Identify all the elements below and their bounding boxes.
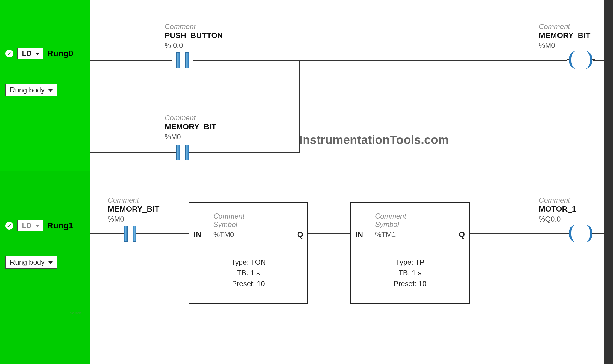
timer-block-tm1[interactable]: IN Q Comment Symbol %TM1 Type: TP TB: 1 … xyxy=(350,202,470,304)
memory-bit-seal-address: %M0 xyxy=(165,133,216,141)
push-button-labels: Comment PUSH_BUTTON %I0.0 xyxy=(165,22,223,50)
memory-bit-coil-labels: Comment MEMORY_BIT %M0 xyxy=(539,22,590,50)
chevron-down-icon xyxy=(35,225,40,228)
rung1-body-dropdown[interactable]: Rung body xyxy=(5,256,57,269)
rung1-canvas: Comment MEMORY_BIT %M0 IN Q Comment Symb… xyxy=(90,171,604,364)
motor1-coil-address: %Q0.0 xyxy=(539,215,576,223)
tm1-preset: Preset: 10 xyxy=(351,278,469,289)
memory-bit-contact-address: %M0 xyxy=(108,215,159,223)
pin-q-label: Q xyxy=(297,230,303,239)
motor1-coil-labels: Comment MOTOR_1 %Q0.0 xyxy=(539,196,576,223)
no-contact-push-button[interactable] xyxy=(172,52,193,67)
wire xyxy=(308,233,350,234)
comment-label: Comment xyxy=(539,196,576,204)
comment-label: Comment xyxy=(375,212,406,220)
motor1-coil-symbol: MOTOR_1 xyxy=(539,204,576,214)
chevron-down-icon xyxy=(48,261,53,264)
rung0-language-dropdown[interactable]: LD xyxy=(17,48,43,59)
memory-bit-seal-symbol: MEMORY_BIT xyxy=(165,122,216,131)
tm1-address: %TM1 xyxy=(375,230,406,239)
chevron-down-icon xyxy=(48,89,53,92)
pin-in-label: IN xyxy=(355,230,363,239)
memory-bit-coil-symbol: MEMORY_BIT xyxy=(539,31,590,40)
tm1-type: Type: TP xyxy=(351,257,469,268)
rung1-body-label: Rung body xyxy=(10,258,45,266)
symbol-label: Symbol xyxy=(375,220,406,229)
comment-label: Comment xyxy=(165,114,216,122)
rung0-body-dropdown[interactable]: Rung body xyxy=(5,84,57,96)
rung1-language-dropdown[interactable]: LD xyxy=(17,220,43,231)
watermark: InstrumentationTools.com xyxy=(299,133,449,147)
rung1-sidebar: ✓ LD Rung1 Rung body Inst Tools xyxy=(0,171,90,364)
chevron-down-icon xyxy=(35,53,40,55)
coil-motor1[interactable] xyxy=(567,225,594,242)
pin-q-label: Q xyxy=(459,230,465,239)
memory-bit-contact-labels: Comment MEMORY_BIT %M0 xyxy=(108,196,159,223)
wire xyxy=(90,60,172,61)
rung0-body-label: Rung body xyxy=(10,86,45,94)
memory-bit-seal-labels: Comment MEMORY_BIT %M0 xyxy=(165,114,216,141)
symbol-label: Symbol xyxy=(213,220,245,229)
tm0-tb: TB: 1 s xyxy=(189,268,307,278)
rung1-valid-icon: ✓ xyxy=(5,222,13,230)
rung0-sidebar: ✓ LD Rung0 Rung body xyxy=(0,0,90,171)
wire xyxy=(90,233,120,234)
wire xyxy=(193,152,300,153)
comment-label: Comment xyxy=(213,212,245,220)
wire xyxy=(141,233,189,234)
comment-label: Comment xyxy=(165,22,223,31)
push-button-address: %I0.0 xyxy=(165,41,223,50)
push-button-symbol: PUSH_BUTTON xyxy=(165,31,223,40)
no-contact-memory-bit[interactable] xyxy=(120,226,141,241)
wire xyxy=(90,152,172,153)
memory-bit-coil-address: %M0 xyxy=(539,41,590,50)
memory-bit-contact-symbol: MEMORY_BIT xyxy=(108,204,159,214)
rung1-title: Rung1 xyxy=(47,221,73,230)
timer-block-tm0[interactable]: IN Q Comment Symbol %TM0 Type: TON TB: 1… xyxy=(189,202,308,304)
tm0-address: %TM0 xyxy=(213,230,245,239)
tiny-watermark: Inst Tools xyxy=(69,311,81,315)
wire xyxy=(193,60,567,61)
wire xyxy=(470,233,567,234)
rung0-canvas: Comment PUSH_BUTTON %I0.0 Comment MEMORY… xyxy=(90,0,604,171)
right-border-strip xyxy=(604,0,613,364)
rung1-language-label: LD xyxy=(22,222,31,230)
tm1-tb: TB: 1 s xyxy=(351,268,469,278)
comment-label: Comment xyxy=(108,196,159,204)
comment-label: Comment xyxy=(539,22,590,31)
tm0-type: Type: TON xyxy=(189,257,307,268)
rung0-title: Rung0 xyxy=(47,49,73,58)
tm0-preset: Preset: 10 xyxy=(189,278,307,289)
coil-memory-bit[interactable] xyxy=(567,51,594,69)
pin-in-label: IN xyxy=(194,230,201,239)
rung0-valid-icon: ✓ xyxy=(5,50,13,57)
no-contact-memory-bit-seal[interactable] xyxy=(172,145,193,160)
rung0-language-label: LD xyxy=(22,49,31,57)
